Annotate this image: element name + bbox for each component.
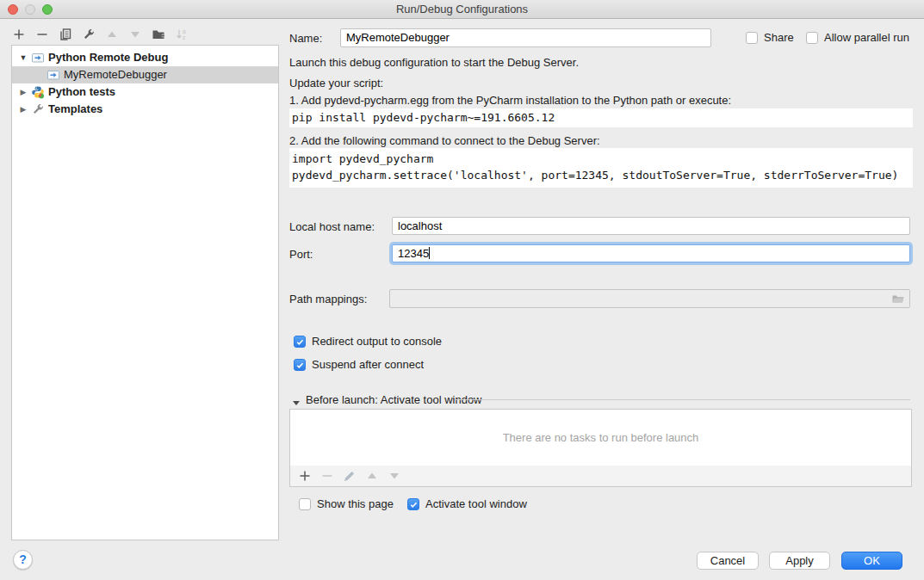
move-down-icon bbox=[128, 28, 142, 41]
tree-item-label: MyRemoteDebugger bbox=[64, 66, 167, 83]
before-launch-header: Before launch: Activate tool window bbox=[306, 393, 482, 407]
step-1-text: 1. Add pydevd-pycharm.egg from the PyCha… bbox=[289, 94, 731, 108]
sort-configurations-icon: az bbox=[175, 28, 189, 41]
new-folder-icon[interactable] bbox=[152, 28, 165, 41]
tree-item-templates[interactable]: ▶ Templates bbox=[12, 101, 278, 118]
configurations-tree: ▼ Python Remote Debug MyRemoteDebugger ▶… bbox=[11, 45, 279, 540]
settrace-code-block: import pydevd_pycharm pydevd_pycharm.set… bbox=[289, 148, 913, 188]
collapse-arrow-icon[interactable]: ▼ bbox=[17, 49, 29, 66]
tree-item-label: Templates bbox=[48, 101, 102, 118]
share-checkbox[interactable] bbox=[746, 32, 758, 44]
suspend-after-connect-label: Suspend after connect bbox=[312, 358, 424, 372]
pip-install-code: pip install pydevd-pycharm~=191.6605.12 bbox=[289, 108, 913, 127]
svg-text:z: z bbox=[183, 34, 185, 40]
activate-tool-window-label: Activate tool window bbox=[425, 497, 527, 511]
templates-wrench-icon bbox=[31, 102, 45, 116]
expand-arrow-icon[interactable]: ▶ bbox=[17, 101, 29, 118]
tree-item-myremotedebugger[interactable]: MyRemoteDebugger bbox=[12, 66, 278, 83]
apply-button[interactable]: Apply bbox=[769, 552, 830, 570]
tree-item-label: Python Remote Debug bbox=[48, 49, 168, 66]
activate-tool-window-checkbox[interactable] bbox=[407, 498, 419, 510]
port-input[interactable]: 12345 bbox=[392, 244, 910, 262]
suspend-after-connect-checkbox[interactable] bbox=[294, 359, 306, 371]
ok-button[interactable]: OK bbox=[841, 552, 902, 570]
step-2-text: 2. Add the following command to connect … bbox=[289, 134, 600, 148]
allow-parallel-run-label: Allow parallel run bbox=[824, 31, 909, 45]
description-line-1: Launch this debug configuration to start… bbox=[289, 56, 579, 70]
add-configuration-icon[interactable] bbox=[12, 28, 26, 41]
edit-templates-wrench-icon[interactable] bbox=[82, 28, 96, 41]
run-debug-configurations-dialog: Run/Debug Configurations az ▼ Python Rem… bbox=[0, 0, 924, 580]
show-this-page-checkbox[interactable] bbox=[299, 498, 311, 510]
before-launch-tasks-panel: There are no tasks to run before launch bbox=[289, 409, 912, 466]
cancel-button[interactable]: Cancel bbox=[697, 552, 759, 570]
name-label: Name: bbox=[289, 32, 322, 46]
before-launch-separator bbox=[455, 399, 910, 400]
port-label: Port: bbox=[289, 248, 313, 262]
no-tasks-message: There are no tasks to run before launch bbox=[503, 431, 699, 444]
browse-folder-icon[interactable] bbox=[891, 292, 905, 305]
expand-arrow-icon[interactable]: ▶ bbox=[17, 83, 29, 101]
allow-parallel-run-checkbox[interactable] bbox=[806, 32, 818, 44]
move-up-icon bbox=[105, 28, 119, 41]
settrace-code-line-2: pydevd_pycharm.settrace('localhost', por… bbox=[292, 167, 913, 183]
tree-item-label: Python tests bbox=[48, 83, 115, 101]
add-task-icon[interactable] bbox=[298, 469, 312, 483]
before-launch-collapse-icon[interactable] bbox=[293, 395, 300, 408]
description-line-2: Update your script: bbox=[289, 77, 383, 90]
remote-debug-config-icon bbox=[47, 68, 60, 82]
tree-item-python-tests[interactable]: ▶ Python tests bbox=[12, 83, 278, 101]
show-this-page-label: Show this page bbox=[317, 497, 394, 511]
remote-debug-config-icon bbox=[31, 51, 45, 65]
settrace-code-line-1: import pydevd_pycharm bbox=[292, 151, 913, 167]
title-bar: Run/Debug Configurations bbox=[0, 0, 924, 19]
share-label: Share bbox=[764, 31, 794, 45]
copy-configuration-icon[interactable] bbox=[59, 28, 72, 41]
remove-configuration-icon[interactable] bbox=[35, 28, 49, 41]
remove-task-icon bbox=[320, 469, 334, 483]
redirect-output-label: Redirect output to console bbox=[312, 335, 442, 349]
path-mappings-label: Path mappings: bbox=[289, 293, 367, 306]
text-caret bbox=[429, 247, 430, 259]
redirect-output-checkbox[interactable] bbox=[294, 336, 306, 348]
configurations-toolbar: az bbox=[12, 28, 189, 41]
path-mappings-input[interactable] bbox=[389, 289, 910, 308]
window-title: Run/Debug Configurations bbox=[0, 3, 924, 15]
tasks-toolbar bbox=[289, 466, 912, 487]
tree-item-python-remote-debug[interactable]: ▼ Python Remote Debug bbox=[12, 49, 278, 66]
move-task-up-icon bbox=[365, 469, 379, 483]
edit-task-pencil-icon bbox=[343, 469, 357, 483]
help-button[interactable]: ? bbox=[13, 550, 33, 570]
local-host-name-label: Local host name: bbox=[289, 220, 375, 234]
name-input[interactable]: MyRemoteDebugger bbox=[340, 28, 711, 47]
python-tests-icon bbox=[31, 85, 45, 99]
move-task-down-icon bbox=[388, 469, 401, 483]
local-host-name-input[interactable]: localhost bbox=[392, 217, 910, 235]
